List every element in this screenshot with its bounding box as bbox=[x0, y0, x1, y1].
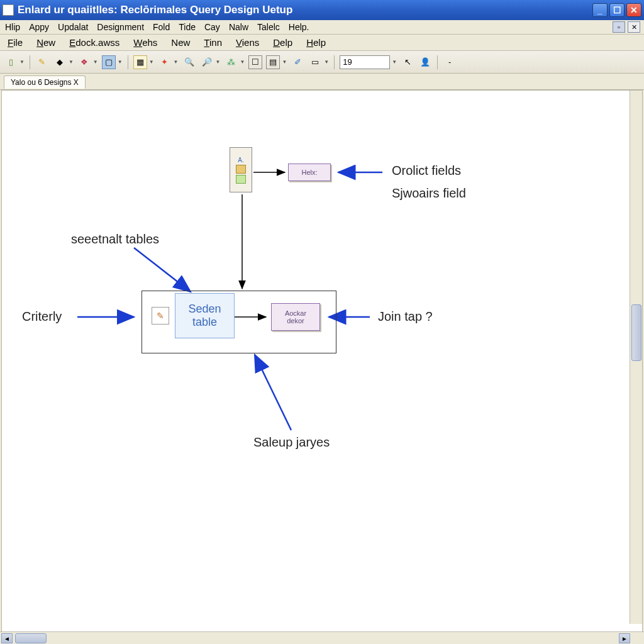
titlebar: Enlard ur quaiitlles: Reclōrimales Query… bbox=[0, 0, 644, 20]
dropdown-icon[interactable]: ▼ bbox=[118, 59, 123, 65]
menu-tinn[interactable]: Tinn bbox=[204, 37, 222, 48]
cluster-icon[interactable]: ⁂ bbox=[224, 55, 238, 69]
helx-node[interactable]: Helx: bbox=[288, 164, 331, 181]
tab-strip: Yalo ou 6 Designs X bbox=[0, 74, 644, 90]
aockar-line1: Aockar bbox=[285, 309, 306, 317]
dropdown-icon[interactable]: ▼ bbox=[69, 59, 74, 65]
zoom2-icon[interactable]: 🔎 bbox=[200, 55, 214, 69]
label-seeetnalt: seeetnalt tables bbox=[71, 232, 159, 247]
seden-table-node[interactable]: Seden table bbox=[175, 293, 235, 338]
cursor-icon[interactable]: ↖ bbox=[401, 55, 414, 69]
aockar-line2: dekor bbox=[287, 317, 304, 325]
picture-icon[interactable]: ▢ bbox=[102, 55, 116, 69]
diamond-icon[interactable]: ◆ bbox=[53, 55, 67, 69]
vertical-scrollbar[interactable] bbox=[630, 91, 642, 624]
chart-icon[interactable]: ▦ bbox=[133, 55, 147, 69]
dropdown-icon[interactable]: ▼ bbox=[282, 59, 287, 65]
menu-delp[interactable]: Delp bbox=[273, 37, 292, 48]
dropdown-icon[interactable]: ▼ bbox=[216, 59, 221, 65]
window-buttons: _ ☐ ✕ bbox=[592, 3, 641, 17]
dropdown-icon[interactable]: ▼ bbox=[19, 59, 25, 65]
scrollbar-thumb-h[interactable] bbox=[15, 633, 47, 643]
doc-icon[interactable]: ▯ bbox=[4, 55, 18, 69]
dropdown-icon[interactable]: ▼ bbox=[93, 59, 98, 65]
sparkle-icon[interactable]: ✦ bbox=[158, 55, 172, 69]
label-orolict: Orolict fields bbox=[392, 164, 461, 178]
menu-file[interactable]: File bbox=[8, 37, 23, 48]
zoom-icon[interactable]: 🔍 bbox=[182, 55, 196, 69]
scroll-left-button[interactable]: ◄ bbox=[1, 633, 13, 643]
zoom-value: 19 bbox=[343, 57, 352, 67]
book-icon[interactable]: ▭ bbox=[308, 55, 322, 69]
menu-appy[interactable]: Appy bbox=[29, 22, 49, 32]
design-canvas[interactable]: A. Helx: Orolict fields Sjwoairs field s… bbox=[2, 91, 642, 636]
label-criterly: Criterly bbox=[22, 309, 62, 324]
document-close-button[interactable]: ✕ bbox=[628, 21, 640, 33]
menu-edock[interactable]: Edock.awss bbox=[69, 37, 119, 48]
document-restore-button[interactable]: ▫ bbox=[613, 21, 625, 33]
dropdown-icon[interactable]: ▼ bbox=[174, 59, 179, 65]
label-joint: Join tap ? bbox=[378, 309, 433, 324]
aockar-node[interactable]: Aockar dekor bbox=[271, 303, 320, 331]
wand-icon[interactable]: ✎ bbox=[35, 55, 49, 69]
maximize-button[interactable]: ☐ bbox=[609, 3, 625, 17]
dash-icon[interactable]: - bbox=[443, 55, 457, 69]
dropdown-icon[interactable]: ▼ bbox=[149, 59, 154, 65]
menu-cay[interactable]: Cay bbox=[204, 22, 220, 32]
menu-new[interactable]: New bbox=[36, 37, 55, 48]
table-icon[interactable]: ▤ bbox=[266, 55, 280, 69]
menu-help1[interactable]: Help. bbox=[289, 22, 309, 32]
menu-hlip[interactable]: Hlip bbox=[5, 22, 20, 32]
scroll-right-button[interactable]: ► bbox=[619, 633, 630, 643]
svg-line-7 bbox=[255, 355, 291, 430]
toolbar: ▯ ▼ ✎ ◆ ▼ ❖ ▼ ▢ ▼ ▦ ▼ ✦ ▼ 🔍 🔎 ▼ ⁂ ▼ ☐ ▤ … bbox=[0, 51, 644, 74]
window-title: Enlard ur quaiitlles: Reclōrimales Query… bbox=[18, 4, 592, 16]
svg-line-3 bbox=[134, 248, 191, 292]
menu-help2[interactable]: Help bbox=[306, 37, 326, 48]
close-button[interactable]: ✕ bbox=[626, 3, 641, 17]
menu-viens[interactable]: Viens bbox=[236, 37, 259, 48]
menu-tide[interactable]: Tide bbox=[179, 22, 196, 32]
dropdown-icon[interactable]: ▼ bbox=[240, 59, 245, 65]
menu-updalat[interactable]: Updalat bbox=[58, 22, 88, 32]
minimize-button[interactable]: _ bbox=[592, 3, 608, 17]
palette-icon[interactable]: ❖ bbox=[77, 55, 91, 69]
label-sjwoairs: Sjwoairs field bbox=[392, 186, 466, 201]
dropdown-icon[interactable]: ▼ bbox=[324, 59, 329, 65]
dropdown-icon[interactable]: ▼ bbox=[392, 59, 397, 65]
source-node[interactable]: A. bbox=[230, 147, 252, 192]
brush-icon[interactable]: ✐ bbox=[291, 55, 304, 69]
paper-icon[interactable]: ✎ bbox=[152, 307, 169, 325]
app-icon bbox=[3, 4, 14, 16]
menu-talelc[interactable]: Talelc bbox=[257, 22, 280, 32]
person-icon[interactable]: 👤 bbox=[418, 55, 432, 69]
label-saleup: Saleup jaryes bbox=[253, 435, 330, 450]
horizontal-scrollbar[interactable]: ◄ ► bbox=[0, 631, 644, 644]
menu-fold[interactable]: Fold bbox=[153, 22, 170, 32]
tab-design[interactable]: Yalo ou 6 Designs X bbox=[4, 75, 86, 89]
menu-new2[interactable]: New bbox=[171, 37, 190, 48]
menubar-secondary: File New Edock.awss Wehs New Tinn Viens … bbox=[0, 35, 644, 51]
workspace: A. Helx: Orolict fields Sjwoairs field s… bbox=[1, 90, 643, 637]
seden-line2: table bbox=[192, 316, 217, 329]
scrollbar-thumb[interactable] bbox=[631, 304, 641, 361]
menu-wehs[interactable]: Wehs bbox=[133, 37, 157, 48]
seden-line1: Seden bbox=[188, 303, 221, 316]
form-icon[interactable]: ☐ bbox=[248, 55, 262, 69]
menu-designment[interactable]: Designment bbox=[97, 22, 144, 32]
menu-nalw[interactable]: Nalw bbox=[229, 22, 248, 32]
zoom-input[interactable]: 19 bbox=[340, 55, 390, 69]
menubar-primary: Hlip Appy Updalat Designment Fold Tide C… bbox=[0, 20, 644, 35]
helx-label: Helx: bbox=[301, 169, 317, 176]
